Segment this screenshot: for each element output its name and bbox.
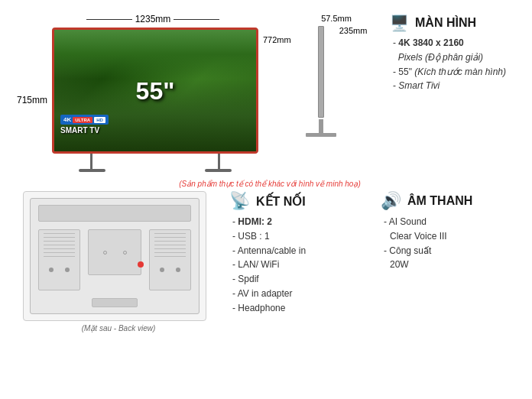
back-speaker-left bbox=[38, 229, 80, 290]
bottom-section: (Mặt sau - Back view) 📡 KẾT NỐI - HDMI: … bbox=[0, 191, 532, 340]
back-center bbox=[88, 229, 141, 275]
badge-ultra: ULTRA bbox=[73, 117, 92, 123]
sound-item-3: 20W bbox=[384, 258, 509, 271]
side-stand-height-label: 235mm bbox=[339, 26, 368, 35]
back-view-diagram bbox=[23, 191, 206, 321]
port-dot bbox=[65, 268, 70, 272]
connection-section: 📡 KẾT NỐI - HDMI: 2 - USB : 1 - Antenna/… bbox=[222, 191, 365, 332]
indicator-dot bbox=[138, 261, 144, 268]
tv-height-label: 715mm bbox=[23, 28, 52, 172]
display-pixels: Pixels (Độ phân giải) bbox=[393, 51, 517, 64]
port-dot bbox=[160, 268, 164, 272]
connection-spec-header: 📡 KẾT NỐI bbox=[229, 191, 358, 211]
display-spec-list: - 4K 3840 x 2160 Pixels (Độ phân giải) -… bbox=[390, 37, 517, 92]
top-note: (Sản phẩm thực tế có thể khác với hình v… bbox=[23, 180, 517, 188]
back-tv-inner bbox=[30, 198, 200, 314]
sound-item-2: - Công suất bbox=[384, 245, 509, 258]
tv-width-label: 1235mm bbox=[23, 14, 283, 24]
port-dot bbox=[176, 268, 180, 272]
sound-item-1: Clear Voice III bbox=[384, 230, 509, 243]
badge-hd: HD bbox=[94, 117, 105, 123]
sound-spec-header: 🔊 ÂM THANH bbox=[381, 191, 509, 211]
monitor-icon: 🖥️ bbox=[390, 14, 409, 32]
side-width-label: 57.5mm bbox=[321, 14, 352, 23]
display-spec-header: 🖥️ MÀN HÌNH bbox=[390, 14, 517, 32]
tv-stand bbox=[52, 154, 258, 169]
sound-item-0: - AI Sound bbox=[384, 216, 509, 229]
tv-size-badge: 55" bbox=[136, 76, 175, 105]
back-label: (Mặt sau - Back view) bbox=[23, 324, 214, 332]
badge-4k: 4K ULTRA HD bbox=[60, 115, 109, 125]
sound-spec-title: ÂM THANH bbox=[407, 194, 472, 208]
stand-leg-left bbox=[90, 154, 92, 169]
port-dot bbox=[49, 268, 54, 272]
display-spec-section: 🖥️ MÀN HÌNH - 4K 3840 x 2160 Pixels (Độ … bbox=[390, 14, 517, 92]
connection-spec-list: - HDMI: 2 - USB : 1 - Antenna/cable in -… bbox=[229, 216, 358, 315]
vesa-hole bbox=[123, 251, 127, 255]
top-section: 1235mm 715mm 55" 4K ULTRA bbox=[0, 0, 532, 180]
sound-icon: 🔊 bbox=[381, 191, 401, 211]
side-diagram: 57.5mm 235mm bbox=[306, 14, 367, 172]
badge-smart: SMART TV bbox=[60, 126, 109, 135]
tv-frame: 55" 4K ULTRA HD SMART TV bbox=[52, 28, 258, 154]
tv-right-dims: 772mm bbox=[258, 28, 291, 172]
sound-spec-list: - AI Sound Clear Voice III - Công suất 2… bbox=[381, 216, 509, 271]
tv-diagram: 1235mm 715mm 55" 4K ULTRA bbox=[23, 14, 283, 172]
conn-item-1: - USB : 1 bbox=[232, 230, 358, 243]
dim-772: 772mm bbox=[263, 35, 291, 44]
vesa-hole bbox=[103, 251, 107, 255]
specs-panel: 🖥️ MÀN HÌNH - 4K 3840 x 2160 Pixels (Độ … bbox=[382, 14, 517, 172]
tv-screen: 55" 4K ULTRA HD SMART TV bbox=[54, 30, 256, 151]
conn-item-6: - Headphone bbox=[232, 302, 358, 315]
conn-item-3: - LAN/ WiFi bbox=[232, 258, 358, 271]
conn-item-4: - Spdif bbox=[232, 273, 358, 286]
display-resolution: - 4K 3840 x 2160 bbox=[393, 37, 517, 50]
stand-leg-right bbox=[218, 154, 220, 169]
connection-spec-title: KẾT NỐI bbox=[256, 194, 306, 209]
conn-item-2: - Antenna/cable in bbox=[232, 245, 358, 258]
back-speaker-right bbox=[149, 229, 191, 290]
stand-base-row bbox=[52, 169, 258, 172]
back-view-container: (Mặt sau - Back view) bbox=[23, 191, 214, 332]
side-stand-neck bbox=[319, 119, 323, 133]
sound-section: 🔊 ÂM THANH - AI Sound Clear Voice III - … bbox=[373, 191, 517, 332]
stand-base-left bbox=[79, 169, 105, 172]
stand-base-right bbox=[205, 169, 232, 172]
back-top-bar bbox=[38, 205, 191, 222]
conn-item-0: - HDMI: 2 bbox=[232, 216, 358, 229]
display-size: - 55" (Kích thước màn hình) bbox=[393, 66, 517, 79]
display-type: - Smart Tivi bbox=[393, 79, 517, 92]
connection-icon: 📡 bbox=[229, 191, 250, 211]
side-tv-body bbox=[318, 26, 324, 118]
display-spec-title: MÀN HÌNH bbox=[415, 16, 476, 30]
tv-badge: 4K ULTRA HD SMART TV bbox=[60, 115, 109, 135]
side-stand-base bbox=[306, 133, 336, 137]
side-profile: 235mm bbox=[306, 26, 368, 137]
conn-item-5: - AV in adapter bbox=[232, 287, 358, 300]
stand-connector bbox=[92, 298, 138, 307]
